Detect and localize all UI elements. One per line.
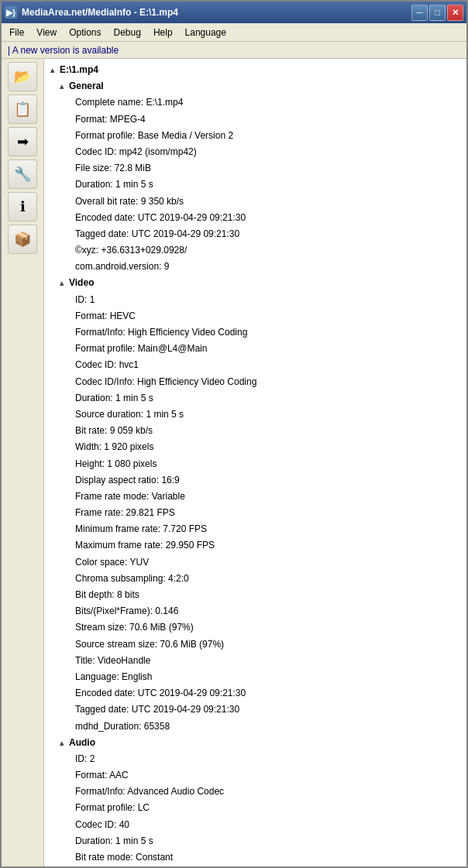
tree-root: ▴E:\1.mp4 bbox=[44, 62, 466, 78]
tree-leaf: Format: AAC bbox=[44, 767, 466, 784]
menu-item-debug[interactable]: Debug bbox=[108, 25, 147, 40]
tree-leaf: Format: MPEG-4 bbox=[44, 112, 466, 128]
tree-leaf: Stream size: 70.6 MiB (97%) bbox=[44, 619, 466, 636]
tree-section-audio: ▴Audio bbox=[44, 735, 466, 751]
app-icon: ▶) bbox=[5, 6, 17, 19]
tree-leaf: File size: 72.8 MiB bbox=[44, 160, 466, 177]
tree-leaf: Complete name: E:\1.mp4 bbox=[44, 94, 466, 111]
tree-leaf: Duration: 1 min 5 s bbox=[44, 177, 466, 193]
tree-leaf: Bit rate: 9 059 kb/s bbox=[44, 423, 466, 439]
tree-leaf: Overall bit rate: 9 350 kb/s bbox=[44, 194, 466, 210]
tree-leaf: Bit rate mode: Constant bbox=[44, 849, 466, 866]
title-bar: ▶) MediaArea.net/MediaInfo - E:\1.mp4 ─ … bbox=[2, 2, 466, 23]
tree-leaf: Duration: 1 min 5 s bbox=[44, 833, 466, 849]
tree-leaf: Minimum frame rate: 7.720 FPS bbox=[44, 521, 466, 537]
tree-leaf: Tagged date: UTC 2019-04-29 09:21:30 bbox=[44, 226, 466, 242]
tree-leaf: Codec ID/Info: High Efficiency Video Cod… bbox=[44, 374, 466, 390]
tree-leaf: Bits/(Pixel*Frame): 0.146 bbox=[44, 603, 466, 619]
menu-item-language[interactable]: Language bbox=[179, 25, 232, 40]
main-area: 📂📋➡🔧ℹ📦 ▴E:\1.mp4▴GeneralComplete name: E… bbox=[2, 59, 466, 866]
menu-item-view[interactable]: View bbox=[30, 25, 63, 40]
tree-section-video: ▴Video bbox=[44, 275, 466, 291]
tree-leaf: Encoded date: UTC 2019-04-29 09:21:30 bbox=[44, 210, 466, 226]
minimize-button[interactable]: ─ bbox=[411, 5, 428, 21]
tree-leaf: Title: VideoHandle bbox=[44, 653, 466, 669]
tree-leaf: Source duration: 1 min 5 s bbox=[44, 407, 466, 423]
tree-leaf: Bit depth: 8 bits bbox=[44, 587, 466, 603]
tree-leaf: ID: 1 bbox=[44, 292, 466, 308]
main-window: ▶) MediaArea.net/MediaInfo - E:\1.mp4 ─ … bbox=[0, 0, 468, 868]
tree-leaf: Format/Info: High Efficiency Video Codin… bbox=[44, 324, 466, 341]
tree-leaf: Codec ID: hvc1 bbox=[44, 357, 466, 373]
menu-item-help[interactable]: Help bbox=[147, 25, 179, 40]
menu-item-file[interactable]: File bbox=[3, 25, 30, 40]
tree-leaf: Frame rate: 29.821 FPS bbox=[44, 505, 466, 521]
title-bar-buttons: ─ □ ✕ bbox=[411, 5, 463, 21]
tree-leaf: Height: 1 080 pixels bbox=[44, 456, 466, 472]
info-button[interactable]: ℹ bbox=[8, 192, 37, 221]
tree-leaf: Encoded date: UTC 2019-04-29 09:21:30 bbox=[44, 685, 466, 702]
maximize-button[interactable]: □ bbox=[429, 5, 446, 21]
tree-leaf: mdhd_Duration: 65358 bbox=[44, 719, 466, 735]
tree-leaf: Source stream size: 70.6 MiB (97%) bbox=[44, 636, 466, 653]
tree-leaf: Format profile: Base Media / Version 2 bbox=[44, 128, 466, 144]
export-button[interactable]: ➡ bbox=[8, 127, 37, 156]
tree-leaf: ID: 2 bbox=[44, 751, 466, 767]
clipboard-button[interactable]: 📋 bbox=[8, 94, 37, 124]
open-file-button[interactable]: 📂 bbox=[8, 62, 37, 91]
tree-leaf: Format/Info: Advanced Audio Codec bbox=[44, 784, 466, 800]
tree-leaf: Width: 1 920 pixels bbox=[44, 439, 466, 455]
menu-item-options[interactable]: Options bbox=[63, 25, 107, 40]
status-message: | A new version is available bbox=[8, 45, 119, 56]
tree-leaf: ©xyz: +36.6313+029.0928/ bbox=[44, 242, 466, 259]
tree-leaf: Tagged date: UTC 2019-04-29 09:21:30 bbox=[44, 702, 466, 718]
content-area: ▴E:\1.mp4▴GeneralComplete name: E:\1.mp4… bbox=[44, 59, 466, 866]
tree-leaf: Frame rate mode: Variable bbox=[44, 489, 466, 505]
tree-leaf: Format profile: LC bbox=[44, 800, 466, 816]
status-bar: | A new version is available bbox=[2, 42, 466, 59]
tree-leaf: Display aspect ratio: 16:9 bbox=[44, 472, 466, 489]
tree-leaf: Format profile: Main@L4@Main bbox=[44, 341, 466, 357]
close-button[interactable]: ✕ bbox=[447, 5, 463, 21]
options-button[interactable]: 🔧 bbox=[8, 160, 37, 189]
tree-leaf: Codec ID: mp42 (isom/mp42) bbox=[44, 144, 466, 160]
tree-leaf: Bit rate: 192 kb/s bbox=[44, 866, 466, 866]
tree-leaf: com.android.version: 9 bbox=[44, 259, 466, 275]
sidebar: 📂📋➡🔧ℹ📦 bbox=[2, 59, 44, 866]
extra-button[interactable]: 📦 bbox=[8, 225, 37, 254]
window-title: MediaArea.net/MediaInfo - E:\1.mp4 bbox=[22, 7, 411, 18]
tree-leaf: Maximum frame rate: 29.950 FPS bbox=[44, 537, 466, 554]
tree-leaf: Color space: YUV bbox=[44, 554, 466, 571]
tree-leaf: Chroma subsampling: 4:2:0 bbox=[44, 571, 466, 587]
tree-leaf: Duration: 1 min 5 s bbox=[44, 390, 466, 407]
menu-bar: FileViewOptionsDebugHelpLanguage bbox=[2, 23, 466, 42]
tree-leaf: Codec ID: 40 bbox=[44, 817, 466, 833]
tree-section-general: ▴General bbox=[44, 78, 466, 94]
tree-leaf: Format: HEVC bbox=[44, 308, 466, 324]
tree-leaf: Language: English bbox=[44, 669, 466, 685]
content-scroll[interactable]: ▴E:\1.mp4▴GeneralComplete name: E:\1.mp4… bbox=[44, 59, 466, 866]
